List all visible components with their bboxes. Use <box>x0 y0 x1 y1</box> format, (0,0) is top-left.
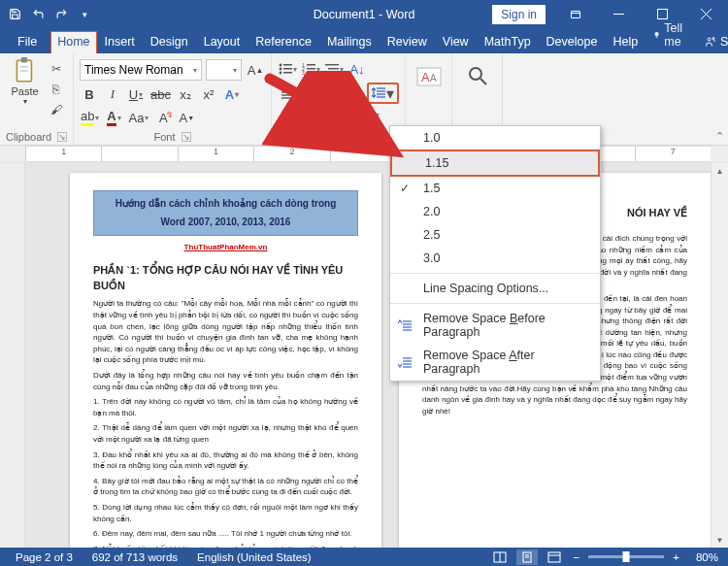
format-painter-icon[interactable]: 🖌 <box>47 101 66 118</box>
tab-home[interactable]: Home <box>50 31 96 53</box>
clear-formatting-icon[interactable]: A↯ <box>153 108 173 127</box>
tab-mathtype[interactable]: MathTyp <box>477 30 539 53</box>
sort-icon[interactable]: A↓ <box>347 59 367 79</box>
cut-icon[interactable]: ✂ <box>47 60 66 78</box>
redo-icon[interactable] <box>50 4 72 25</box>
bold-button[interactable]: B <box>80 84 99 104</box>
ruler-scale[interactable]: 1 12 34 56 7 <box>25 146 711 162</box>
tab-mailings[interactable]: Mailings <box>319 30 380 53</box>
svg-rect-19 <box>307 64 315 66</box>
remove-space-after[interactable]: Remove Space After Paragraph <box>390 344 600 381</box>
tab-developer[interactable]: Develope <box>539 30 606 53</box>
document-pages[interactable]: Hướng dẫn cách chỉnh khoảng cách dòng tr… <box>25 163 711 548</box>
status-page[interactable]: Page 2 of 3 <box>6 551 83 563</box>
tab-design[interactable]: Design <box>143 30 196 53</box>
italic-button[interactable]: I <box>103 84 122 104</box>
editing-dropdown[interactable] <box>466 56 489 91</box>
change-case-icon[interactable]: Aa▾ <box>127 108 149 127</box>
multilevel-list-icon[interactable]: ▾ <box>324 59 345 79</box>
tab-layout[interactable]: Layout <box>196 30 248 53</box>
vertical-scrollbar[interactable]: ▲ ▼ <box>711 163 728 548</box>
print-layout-icon[interactable] <box>516 549 538 565</box>
web-layout-icon[interactable] <box>544 549 565 565</box>
font-color-icon[interactable]: A▾ <box>104 108 123 127</box>
window-title: Document1 - Word <box>314 8 415 21</box>
qat-customize-icon[interactable]: ▾ <box>74 4 95 25</box>
decrease-indent-icon[interactable] <box>278 108 297 127</box>
shading-icon[interactable]: ▾ <box>322 108 342 127</box>
paste-button[interactable]: Paste ▾ <box>8 56 43 106</box>
justify-icon[interactable] <box>345 83 364 103</box>
show-hide-icon[interactable]: ¶ <box>367 108 386 127</box>
svg-point-62 <box>470 68 481 80</box>
align-left-icon[interactable] <box>278 83 297 103</box>
collapse-ribbon-icon[interactable]: ⌃ <box>715 130 724 143</box>
tab-references[interactable]: Reference <box>248 30 319 53</box>
scroll-up-icon[interactable]: ▲ <box>711 163 728 179</box>
svg-rect-23 <box>307 72 315 74</box>
bullets-icon[interactable]: ▾ <box>278 59 298 79</box>
numbering-icon[interactable]: 123▾ <box>301 59 321 79</box>
share-button[interactable]: Share <box>695 30 728 53</box>
remove-space-before[interactable]: Remove Space Before Paragraph <box>390 307 600 344</box>
svg-rect-0 <box>571 11 579 17</box>
tell-me-search[interactable]: Tell me <box>645 17 695 53</box>
tab-review[interactable]: Review <box>380 30 435 53</box>
line-spacing-option-3.0[interactable]: 3.0 <box>390 247 600 270</box>
align-right-icon[interactable] <box>322 83 342 103</box>
line-spacing-option-1.5[interactable]: ✓1.5 <box>390 177 600 200</box>
grow-font-icon[interactable]: A▲ <box>246 60 265 80</box>
status-bar: Page 2 of 3 692 of 713 words English (Un… <box>0 548 728 566</box>
subscript-button[interactable]: x₂ <box>176 84 195 104</box>
styles-gallery-icon[interactable]: AA <box>415 56 443 95</box>
save-icon[interactable] <box>4 4 25 25</box>
status-language[interactable]: English (United States) <box>187 551 321 563</box>
scroll-down-icon[interactable]: ▼ <box>711 532 728 548</box>
font-size-dropdown[interactable]: ▾ <box>206 59 242 81</box>
zoom-slider[interactable] <box>588 555 664 558</box>
font-name-dropdown[interactable]: Times New Roman▾ <box>80 59 202 81</box>
paragraph-launcher-icon[interactable]: ↘ <box>361 132 371 142</box>
status-word-count[interactable]: 692 of 713 words <box>83 551 187 563</box>
ribbon-display-options-icon[interactable] <box>553 0 597 28</box>
tab-insert[interactable]: Insert <box>97 30 143 53</box>
shrink-font-icon[interactable]: A▼ <box>177 108 196 127</box>
tab-file[interactable]: File <box>4 30 50 53</box>
line-spacing-button[interactable]: ▾ <box>367 83 399 104</box>
font-launcher-icon[interactable]: ↘ <box>182 132 191 142</box>
line-spacing-options[interactable]: Line Spacing Options... <box>390 277 600 300</box>
zoom-level[interactable]: 80% <box>688 551 722 563</box>
vertical-ruler[interactable] <box>0 163 25 548</box>
line-spacing-option-2.5[interactable]: 2.5 <box>390 223 600 247</box>
svg-rect-13 <box>283 64 292 66</box>
line-spacing-menu: 1.0 1.15 ✓1.5 2.0 2.5 3.0 Line Spacing O… <box>389 125 601 382</box>
document-banner: Hướng dẫn cách chỉnh khoảng cách dòng tr… <box>93 190 358 236</box>
ribbon-tabs: File Home Insert Design Layout Reference… <box>0 28 728 53</box>
read-mode-icon[interactable] <box>489 549 511 565</box>
document-area: Hướng dẫn cách chỉnh khoảng cách dòng tr… <box>0 163 728 548</box>
borders-icon[interactable]: ▾ <box>345 108 364 127</box>
highlight-color-icon[interactable]: ab▾ <box>80 108 100 127</box>
text-effects-icon[interactable]: A▾ <box>222 84 242 104</box>
remove-space-after-icon <box>398 356 412 368</box>
align-center-icon[interactable] <box>300 83 319 103</box>
superscript-button[interactable]: x² <box>199 84 218 104</box>
minimize-button[interactable] <box>597 0 641 28</box>
svg-rect-26 <box>331 72 339 73</box>
signin-button[interactable]: Sign in <box>492 5 546 24</box>
copy-icon[interactable]: ⎘ <box>47 81 66 98</box>
line-spacing-option-1.15[interactable]: 1.15 <box>390 150 600 177</box>
svg-rect-24 <box>325 64 339 65</box>
strikethrough-button[interactable]: abc <box>149 84 172 104</box>
tab-help[interactable]: Help <box>605 30 645 53</box>
line-spacing-option-2.0[interactable]: 2.0 <box>390 200 600 223</box>
zoom-out-button[interactable]: − <box>571 551 583 563</box>
document-page-1[interactable]: Hướng dẫn cách chỉnh khoảng cách dòng tr… <box>70 173 381 548</box>
increase-indent-icon[interactable] <box>300 108 319 127</box>
line-spacing-option-1.0[interactable]: 1.0 <box>390 126 600 150</box>
undo-icon[interactable] <box>27 4 49 25</box>
zoom-in-button[interactable]: + <box>670 551 682 563</box>
tab-view[interactable]: View <box>435 30 477 53</box>
clipboard-launcher-icon[interactable]: ↘ <box>57 132 67 142</box>
underline-button[interactable]: U▾ <box>126 84 146 104</box>
